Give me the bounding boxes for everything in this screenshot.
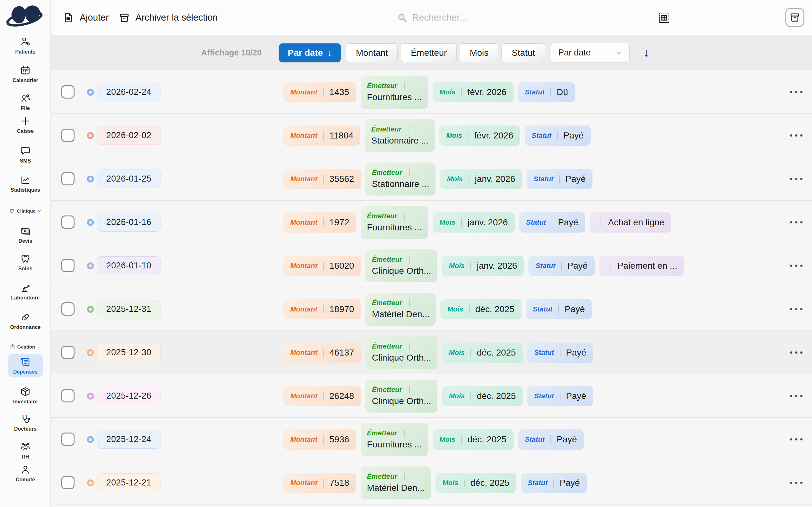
mois-value: déc. 2025	[477, 348, 516, 358]
expense-row[interactable]: 2025-12-30Montant46137ÉmetteurClinique O…	[51, 331, 812, 374]
sort-direction-button[interactable]: ↓	[640, 44, 653, 61]
row-menu-button[interactable]	[790, 265, 803, 267]
statut-value: Dû	[557, 87, 568, 97]
filter-statut-button[interactable]: Statut	[502, 43, 545, 62]
expenses-page: PatientsCalendrierFileCaisseSMSStatistiq…	[0, 0, 812, 507]
add-button[interactable]: Ajouter	[63, 0, 109, 35]
row-menu-button[interactable]	[790, 91, 803, 93]
mois-value: déc. 2025	[475, 304, 514, 314]
mois-label: Mois	[440, 88, 455, 96]
row-menu-button[interactable]	[790, 351, 803, 354]
emetteur-label: Émetteur	[367, 82, 397, 90]
row-checkbox[interactable]	[61, 476, 74, 489]
sidebar-item-laboratoire[interactable]: Laboratoire	[0, 279, 51, 303]
expense-row[interactable]: 2025-12-26Montant26248ÉmetteurClinique O…	[51, 374, 812, 418]
sidebar-divider	[5, 204, 46, 204]
expense-row[interactable]: 2026-01-16Montant1972ÉmetteurFournitures…	[51, 201, 812, 244]
sidebar-item-file[interactable]: File	[0, 90, 51, 114]
archive-selection-button[interactable]: Archiver la sélection	[119, 0, 218, 35]
montant-value: 18970	[329, 304, 354, 314]
search-input[interactable]	[412, 12, 546, 23]
row-menu-button[interactable]	[790, 308, 803, 310]
montant-label: Montant	[290, 218, 317, 227]
statut-label: Statut	[534, 175, 553, 183]
mois-label: Mois	[449, 392, 465, 400]
row-menu-button[interactable]	[790, 134, 803, 136]
table-view-button[interactable]	[658, 11, 671, 24]
archive-button-label: Archiver la sélection	[136, 12, 218, 23]
expense-row[interactable]: 2026-01-25Montant35562ÉmetteurStationnai…	[51, 157, 812, 201]
emetteur-value: Fournitures ...	[367, 92, 422, 102]
sort-select[interactable]: Par date	[551, 43, 629, 63]
row-color-dot	[87, 89, 94, 96]
sidebar-item-label: Calendrier	[12, 78, 38, 83]
row-checkbox[interactable]	[61, 216, 74, 229]
montant-value: 11804	[329, 130, 354, 141]
section-header-label: Gestion	[17, 344, 35, 349]
row-chips: Montant46137ÉmetteurClinique Orth...Mois…	[283, 331, 593, 374]
row-checkbox[interactable]	[61, 389, 74, 402]
sidebar-item-caisse[interactable]: Caisse	[0, 113, 51, 136]
expense-row[interactable]: 2025-12-21Montant7518ÉmetteurMatériel De…	[51, 461, 812, 504]
row-checkbox[interactable]	[61, 433, 74, 446]
mois-label: Mois	[447, 175, 463, 183]
row-menu-button[interactable]	[790, 221, 803, 223]
sidebar-item-label: Docteurs	[14, 426, 37, 432]
sidebar-item-patients[interactable]: Patients	[0, 34, 51, 57]
sidebar-section-gestion[interactable]: Gestion	[0, 344, 51, 350]
row-menu-button[interactable]	[790, 482, 803, 484]
row-checkbox[interactable]	[61, 302, 74, 316]
filter-montant-button[interactable]: Montant	[346, 43, 398, 62]
filter-mois-button[interactable]: Mois	[460, 43, 498, 62]
date-chip: 2025-12-26	[97, 387, 160, 405]
expense-row[interactable]: 2025-12-24Montant5936ÉmetteurFournitures…	[51, 418, 812, 461]
topbar-divider	[313, 9, 313, 26]
row-checkbox[interactable]	[61, 259, 74, 272]
emetteur-label: Émetteur	[372, 386, 402, 394]
sidebar-item-devis[interactable]: Devis	[0, 223, 51, 246]
expense-row[interactable]: 2025-12-31Montant18970ÉmetteurMatériel D…	[51, 287, 812, 331]
archive-view-button[interactable]	[785, 8, 804, 27]
expense-row[interactable]: 2026-02-24Montant1435ÉmetteurFournitures…	[51, 70, 812, 114]
sort-by-date-button[interactable]: Par date ↓	[279, 43, 341, 62]
row-checkbox[interactable]	[61, 172, 74, 185]
row-menu-button[interactable]	[790, 178, 803, 180]
sidebar-item-rh[interactable]: RH	[0, 439, 51, 462]
sidebar-item-docteurs[interactable]: Docteurs	[0, 411, 51, 435]
filter-emetteur-button[interactable]: Émetteur	[401, 43, 457, 62]
statut-chip: StatutDû	[518, 82, 575, 102]
sidebar-section-clinique[interactable]: Clinique	[0, 208, 51, 214]
person-icon	[20, 464, 31, 475]
search-icon	[396, 12, 408, 23]
row-chips: Montant1972ÉmetteurFournitures ...Moisja…	[283, 201, 671, 244]
row-checkbox[interactable]	[61, 346, 74, 359]
sidebar-item-compte[interactable]: Compte	[0, 461, 51, 485]
sidebar-item-calendrier[interactable]: Calendrier	[0, 62, 51, 86]
stethoscope-icon	[20, 413, 31, 425]
statut-chip: StatutPayé	[528, 256, 595, 276]
expense-row[interactable]: 2026-01-10Montant16020ÉmetteurClinique O…	[51, 244, 812, 287]
sidebar-item-d-penses[interactable]: Dépenses	[0, 354, 51, 377]
emetteur-chip: ÉmetteurClinique Orth...	[365, 249, 438, 282]
sidebar-item-inventaire[interactable]: Inventaire	[0, 383, 51, 407]
sidebar-item-label: Statistiques	[10, 187, 40, 193]
emetteur-value: Clinique Orth...	[372, 266, 431, 276]
statut-value: Payé	[567, 261, 588, 271]
montant-chip: Montant1972	[283, 212, 356, 233]
row-menu-button[interactable]	[790, 395, 803, 397]
receipt-icon	[20, 356, 31, 368]
expense-row[interactable]: 2026-02-02Montant11804ÉmetteurStationnai…	[51, 114, 812, 157]
row-menu-button[interactable]	[790, 438, 803, 441]
chat-icon	[20, 145, 31, 157]
sidebar-item-label: RH	[21, 454, 29, 460]
sidebar-item-sms[interactable]: SMS	[0, 143, 51, 166]
sidebar-item-ordonnance[interactable]: Ordonnance	[0, 309, 51, 333]
banknote-icon	[20, 225, 31, 237]
row-checkbox[interactable]	[61, 129, 74, 142]
sidebar-item-soins[interactable]: Soins	[0, 250, 51, 274]
row-checkbox[interactable]	[61, 85, 74, 99]
sidebar-item-statistiques[interactable]: Statistiques	[0, 172, 51, 195]
row-color-dot	[87, 480, 94, 487]
sidebar-item-label: Caisse	[17, 128, 34, 134]
sidebar-item-label: Dépenses	[13, 369, 38, 375]
